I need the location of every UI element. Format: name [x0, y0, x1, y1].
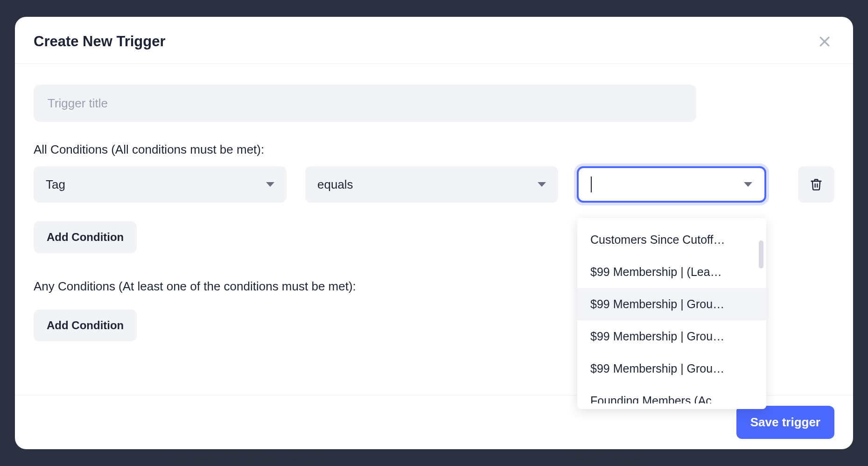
delete-condition-button[interactable]	[798, 166, 834, 203]
trigger-title-input[interactable]	[34, 85, 696, 122]
modal-title: Create New Trigger	[34, 33, 166, 50]
add-any-condition-button[interactable]: Add Condition	[34, 310, 137, 341]
dropdown-option[interactable]: $99 Membership | Grou…	[577, 320, 766, 353]
dropdown-option[interactable]: $99 Membership | (Lea…	[577, 256, 766, 288]
background-select-trigger: - Select Trigger -	[560, 451, 657, 466]
chevron-down-icon	[266, 182, 274, 187]
modal-body: All Conditions (All conditions must be m…	[15, 64, 853, 395]
save-trigger-button[interactable]: Save trigger	[736, 406, 834, 439]
close-button[interactable]	[815, 32, 834, 51]
condition-field-value: Tag	[46, 177, 65, 192]
condition-operator-value: equals	[317, 177, 353, 192]
condition-value-dropdown: Customers Since Cutoff… $99 Membership |…	[577, 218, 766, 409]
modal-header: Create New Trigger	[15, 17, 853, 64]
condition-value-select[interactable]	[577, 166, 766, 203]
dropdown-option[interactable]: Customers Since Cutoff…	[577, 224, 766, 256]
close-icon	[818, 35, 832, 49]
dropdown-option[interactable]: $99 Membership | Grou…	[577, 353, 766, 385]
chevron-down-icon	[744, 182, 752, 187]
text-cursor	[591, 177, 592, 192]
create-trigger-modal: Create New Trigger All Conditions (All c…	[15, 17, 853, 449]
dropdown-option[interactable]: Founding Members (Ac…	[577, 385, 766, 403]
condition-operator-select[interactable]: equals	[305, 166, 558, 203]
dropdown-scrollbar[interactable]	[759, 240, 763, 268]
condition-row: Tag equals	[34, 166, 834, 203]
chevron-down-icon	[538, 182, 546, 187]
background-item-label: Last visit 30 Days - IV Drip	[163, 451, 327, 466]
dropdown-option[interactable]: $99 Membership | Grou…	[577, 288, 766, 320]
condition-field-select[interactable]: Tag	[34, 166, 287, 203]
add-all-condition-button[interactable]: Add Condition	[34, 221, 137, 253]
trash-icon	[810, 178, 823, 191]
all-conditions-label: All Conditions (All conditions must be m…	[34, 142, 834, 157]
